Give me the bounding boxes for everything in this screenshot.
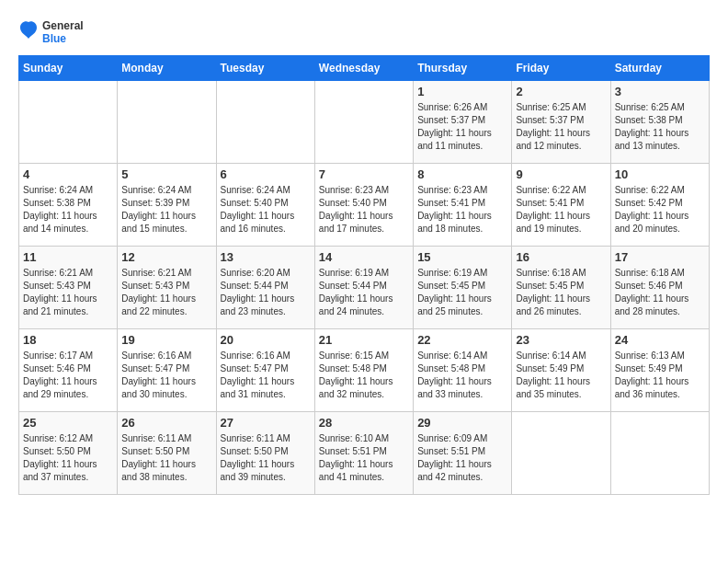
page-header: General Blue: [18, 18, 710, 46]
day-info: Sunrise: 6:25 AM Sunset: 5:37 PM Dayligh…: [516, 101, 606, 153]
day-info: Sunrise: 6:09 AM Sunset: 5:51 PM Dayligh…: [417, 432, 507, 484]
day-number: 5: [121, 167, 211, 181]
day-number: 10: [615, 167, 705, 181]
day-cell: 23Sunrise: 6:14 AM Sunset: 5:49 PM Dayli…: [512, 329, 610, 412]
header-cell-tuesday: Tuesday: [216, 56, 314, 81]
day-cell: 4Sunrise: 6:24 AM Sunset: 5:38 PM Daylig…: [19, 164, 118, 247]
day-cell: [118, 81, 216, 164]
day-number: 27: [221, 416, 311, 430]
day-info: Sunrise: 6:21 AM Sunset: 5:43 PM Dayligh…: [121, 267, 211, 318]
day-cell: 2Sunrise: 6:25 AM Sunset: 5:37 PM Daylig…: [512, 81, 610, 164]
day-info: Sunrise: 6:23 AM Sunset: 5:41 PM Dayligh…: [417, 184, 507, 236]
day-number: 21: [319, 333, 409, 347]
day-cell: 3Sunrise: 6:25 AM Sunset: 5:38 PM Daylig…: [610, 81, 709, 164]
day-info: Sunrise: 6:26 AM Sunset: 5:37 PM Dayligh…: [417, 101, 507, 153]
day-number: 12: [121, 250, 211, 264]
day-cell: 18Sunrise: 6:17 AM Sunset: 5:46 PM Dayli…: [19, 329, 118, 412]
day-cell: 24Sunrise: 6:13 AM Sunset: 5:49 PM Dayli…: [610, 329, 709, 412]
header-cell-friday: Friday: [512, 56, 610, 81]
header-cell-wednesday: Wednesday: [314, 56, 413, 81]
day-info: Sunrise: 6:18 AM Sunset: 5:45 PM Dayligh…: [516, 267, 606, 318]
day-number: 13: [221, 250, 311, 264]
day-cell: 5Sunrise: 6:24 AM Sunset: 5:39 PM Daylig…: [118, 164, 216, 247]
day-cell: 9Sunrise: 6:22 AM Sunset: 5:41 PM Daylig…: [512, 164, 610, 247]
logo-general: General: [42, 19, 84, 32]
calendar-body: 1Sunrise: 6:26 AM Sunset: 5:37 PM Daylig…: [19, 81, 710, 495]
day-info: Sunrise: 6:19 AM Sunset: 5:45 PM Dayligh…: [417, 267, 507, 318]
day-cell: 20Sunrise: 6:16 AM Sunset: 5:47 PM Dayli…: [216, 329, 314, 412]
day-info: Sunrise: 6:24 AM Sunset: 5:38 PM Dayligh…: [23, 184, 113, 236]
day-info: Sunrise: 6:15 AM Sunset: 5:48 PM Dayligh…: [319, 350, 409, 401]
week-row-2: 4Sunrise: 6:24 AM Sunset: 5:38 PM Daylig…: [19, 164, 710, 247]
day-info: Sunrise: 6:24 AM Sunset: 5:40 PM Dayligh…: [221, 184, 311, 236]
day-cell: 6Sunrise: 6:24 AM Sunset: 5:40 PM Daylig…: [216, 164, 314, 247]
day-number: 15: [417, 250, 507, 264]
day-number: 18: [23, 333, 113, 347]
day-cell: [610, 412, 709, 495]
day-number: 3: [615, 85, 705, 98]
day-number: 17: [615, 250, 705, 264]
header-cell-sunday: Sunday: [19, 56, 118, 81]
day-info: Sunrise: 6:12 AM Sunset: 5:50 PM Dayligh…: [23, 432, 113, 484]
logo-blue: Blue: [42, 32, 84, 45]
day-cell: 15Sunrise: 6:19 AM Sunset: 5:45 PM Dayli…: [414, 247, 512, 329]
day-number: 23: [516, 333, 606, 347]
day-number: 4: [23, 167, 113, 181]
day-info: Sunrise: 6:20 AM Sunset: 5:44 PM Dayligh…: [221, 267, 311, 318]
day-number: 20: [221, 333, 311, 347]
logo-bird-icon: [18, 18, 39, 46]
day-cell: [19, 81, 118, 164]
day-info: Sunrise: 6:11 AM Sunset: 5:50 PM Dayligh…: [121, 432, 211, 484]
day-cell: 22Sunrise: 6:14 AM Sunset: 5:48 PM Dayli…: [414, 329, 512, 412]
day-number: 14: [319, 250, 409, 264]
day-info: Sunrise: 6:23 AM Sunset: 5:40 PM Dayligh…: [319, 184, 409, 236]
day-cell: 29Sunrise: 6:09 AM Sunset: 5:51 PM Dayli…: [414, 412, 512, 495]
day-cell: 1Sunrise: 6:26 AM Sunset: 5:37 PM Daylig…: [414, 81, 512, 164]
day-cell: 7Sunrise: 6:23 AM Sunset: 5:40 PM Daylig…: [314, 164, 413, 247]
logo: General Blue: [18, 18, 84, 46]
day-number: 8: [417, 167, 507, 181]
day-cell: 19Sunrise: 6:16 AM Sunset: 5:47 PM Dayli…: [118, 329, 216, 412]
day-info: Sunrise: 6:22 AM Sunset: 5:42 PM Dayligh…: [615, 184, 705, 236]
day-cell: 16Sunrise: 6:18 AM Sunset: 5:45 PM Dayli…: [512, 247, 610, 329]
week-row-5: 25Sunrise: 6:12 AM Sunset: 5:50 PM Dayli…: [19, 412, 710, 495]
day-info: Sunrise: 6:10 AM Sunset: 5:51 PM Dayligh…: [319, 432, 409, 484]
day-number: 24: [615, 333, 705, 347]
day-cell: 10Sunrise: 6:22 AM Sunset: 5:42 PM Dayli…: [610, 164, 709, 247]
day-number: 25: [23, 416, 113, 430]
day-number: 11: [23, 250, 113, 264]
calendar-header: SundayMondayTuesdayWednesdayThursdayFrid…: [19, 56, 710, 81]
day-cell: 11Sunrise: 6:21 AM Sunset: 5:43 PM Dayli…: [19, 247, 118, 329]
header-cell-saturday: Saturday: [610, 56, 709, 81]
day-info: Sunrise: 6:17 AM Sunset: 5:46 PM Dayligh…: [23, 350, 113, 401]
day-number: 29: [417, 416, 507, 430]
day-cell: [512, 412, 610, 495]
day-number: 16: [516, 250, 606, 264]
day-number: 1: [417, 85, 507, 98]
day-cell: 25Sunrise: 6:12 AM Sunset: 5:50 PM Dayli…: [19, 412, 118, 495]
day-cell: [216, 81, 314, 164]
day-info: Sunrise: 6:25 AM Sunset: 5:38 PM Dayligh…: [615, 101, 705, 153]
day-number: 22: [417, 333, 507, 347]
day-number: 26: [121, 416, 211, 430]
day-cell: 21Sunrise: 6:15 AM Sunset: 5:48 PM Dayli…: [314, 329, 413, 412]
day-cell: 12Sunrise: 6:21 AM Sunset: 5:43 PM Dayli…: [118, 247, 216, 329]
day-number: 9: [516, 167, 606, 181]
day-info: Sunrise: 6:13 AM Sunset: 5:49 PM Dayligh…: [615, 350, 705, 401]
day-cell: 17Sunrise: 6:18 AM Sunset: 5:46 PM Dayli…: [610, 247, 709, 329]
day-info: Sunrise: 6:24 AM Sunset: 5:39 PM Dayligh…: [121, 184, 211, 236]
day-number: 2: [516, 85, 606, 98]
day-info: Sunrise: 6:21 AM Sunset: 5:43 PM Dayligh…: [23, 267, 113, 318]
day-info: Sunrise: 6:18 AM Sunset: 5:46 PM Dayligh…: [615, 267, 705, 318]
week-row-3: 11Sunrise: 6:21 AM Sunset: 5:43 PM Dayli…: [19, 247, 710, 329]
day-cell: [314, 81, 413, 164]
week-row-4: 18Sunrise: 6:17 AM Sunset: 5:46 PM Dayli…: [19, 329, 710, 412]
day-number: 7: [319, 167, 409, 181]
header-row: SundayMondayTuesdayWednesdayThursdayFrid…: [19, 56, 710, 81]
header-cell-thursday: Thursday: [414, 56, 512, 81]
day-cell: 28Sunrise: 6:10 AM Sunset: 5:51 PM Dayli…: [314, 412, 413, 495]
day-info: Sunrise: 6:14 AM Sunset: 5:49 PM Dayligh…: [516, 350, 606, 401]
day-info: Sunrise: 6:22 AM Sunset: 5:41 PM Dayligh…: [516, 184, 606, 236]
logo-container: General Blue: [18, 18, 84, 46]
day-info: Sunrise: 6:16 AM Sunset: 5:47 PM Dayligh…: [121, 350, 211, 401]
